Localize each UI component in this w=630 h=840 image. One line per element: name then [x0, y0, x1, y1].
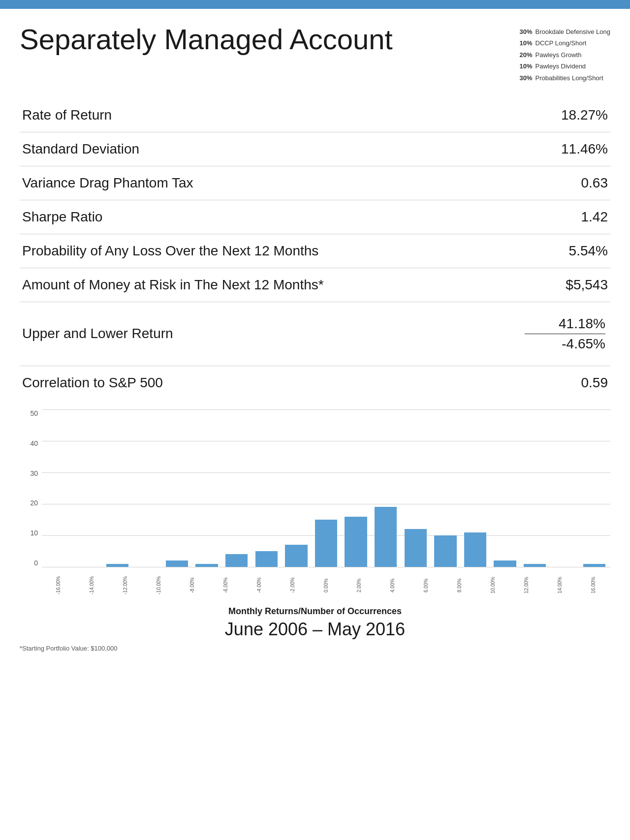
- bar: [583, 564, 605, 567]
- metric-value: 0.59: [525, 366, 610, 400]
- metric-label: Correlation to S&P 500: [20, 366, 525, 400]
- x-label: -6.00%: [209, 569, 243, 601]
- chart-title: Monthly Returns/Number of Occurrences: [20, 606, 610, 617]
- chart-section: 50403020100 -16.00%-14.00%-12.00%-10.00%…: [20, 409, 610, 640]
- bar-wrapper: [102, 564, 132, 567]
- bar-wrapper: [221, 554, 252, 567]
- x-label: -14.00%: [75, 569, 109, 601]
- bar-wrapper: [311, 520, 341, 567]
- metric-label: Amount of Money at Risk in The Next 12 M…: [20, 268, 525, 302]
- bar: [225, 554, 248, 567]
- metric-value: 41.18% -4.65%: [525, 302, 610, 366]
- metric-value: 1.42: [525, 200, 610, 234]
- x-label: -8.00%: [176, 569, 209, 601]
- chart-subtitle: June 2006 – May 2016: [20, 619, 610, 640]
- metric-label: Probability of Any Loss Over the Next 12…: [20, 234, 525, 268]
- metric-value: 11.46%: [525, 132, 610, 166]
- bar: [345, 517, 367, 567]
- bar-wrapper: [192, 564, 222, 567]
- y-axis: 50403020100: [20, 409, 42, 567]
- chart-inner: [42, 409, 610, 567]
- x-label: 14.00%: [543, 569, 577, 601]
- bar: [285, 545, 307, 567]
- x-label: -16.00%: [42, 569, 75, 601]
- metric-label: Standard Deviation: [20, 132, 525, 166]
- bar: [315, 520, 337, 567]
- bar: [434, 535, 456, 567]
- metric-row: Amount of Money at Risk in The Next 12 M…: [20, 268, 610, 302]
- y-label: 20: [20, 499, 38, 507]
- metric-value: 5.54%: [525, 234, 610, 268]
- main-container: Separately Managed Account 30%Brookdale …: [0, 9, 630, 667]
- metric-value: 18.27%: [525, 98, 610, 132]
- bar: [195, 564, 218, 567]
- bar-wrapper: [431, 535, 461, 567]
- y-label: 50: [20, 409, 38, 417]
- metric-row: Upper and Lower Return 41.18% -4.65%: [20, 302, 610, 366]
- bar-wrapper: [490, 560, 520, 567]
- legend-item: 30%Brookdale Defensive Long: [519, 26, 610, 37]
- bar-wrapper: [371, 507, 401, 567]
- bar: [166, 560, 188, 567]
- metric-label: Rate of Return: [20, 98, 525, 132]
- metric-row: Rate of Return18.27%: [20, 98, 610, 132]
- y-label: 40: [20, 439, 38, 447]
- metric-row: Probability of Any Loss Over the Next 12…: [20, 234, 610, 268]
- legend-item: 10%Pawleys Dividend: [519, 61, 610, 72]
- grid-line: [42, 567, 610, 567]
- metric-value: $5,543: [525, 268, 610, 302]
- bar: [524, 564, 546, 567]
- header-section: Separately Managed Account 30%Brookdale …: [20, 24, 610, 84]
- legend-item: 10%DCCP Long/Short: [519, 37, 610, 49]
- bar-wrapper: [162, 560, 192, 567]
- x-label: 10.00%: [476, 569, 510, 601]
- legend: 30%Brookdale Defensive Long10%DCCP Long/…: [519, 24, 610, 84]
- y-label: 10: [20, 529, 38, 537]
- bar-wrapper: [341, 517, 371, 567]
- legend-item: 30%Probabilities Long/Short: [519, 72, 610, 84]
- x-label: 16.00%: [577, 569, 610, 601]
- legend-item: 20%Pawleys Growth: [519, 49, 610, 61]
- metric-label: Upper and Lower Return: [20, 302, 525, 366]
- page-title: Separately Managed Account: [20, 24, 393, 55]
- bar-wrapper: [282, 545, 312, 567]
- top-bar: [0, 0, 630, 9]
- bar: [464, 532, 486, 567]
- metric-row: Correlation to S&P 5000.59: [20, 366, 610, 400]
- metric-row: Sharpe Ratio1.42: [20, 200, 610, 234]
- y-label: 0: [20, 559, 38, 567]
- x-label: 2.00%: [343, 569, 376, 601]
- x-label: -4.00%: [243, 569, 276, 601]
- x-label: -10.00%: [142, 569, 176, 601]
- x-label: -12.00%: [109, 569, 142, 601]
- x-label: 6.00%: [410, 569, 443, 601]
- bar-wrapper: [252, 551, 282, 567]
- bar: [255, 551, 278, 567]
- bar: [375, 507, 397, 567]
- footer-note: *Starting Portfolio Value: $100,000: [20, 645, 610, 652]
- x-axis: -16.00%-14.00%-12.00%-10.00%-8.00%-6.00%…: [42, 569, 610, 601]
- metric-row: Variance Drag Phantom Tax0.63: [20, 166, 610, 200]
- x-label: 4.00%: [376, 569, 410, 601]
- metrics-table: Rate of Return18.27%Standard Deviation11…: [20, 98, 610, 400]
- x-label: 12.00%: [510, 569, 543, 601]
- metric-label: Sharpe Ratio: [20, 200, 525, 234]
- bar-wrapper: [401, 529, 431, 567]
- bar-wrapper: [460, 532, 490, 567]
- bar-wrapper: [520, 564, 550, 567]
- y-label: 30: [20, 469, 38, 477]
- bar: [494, 560, 516, 567]
- bars-container: [42, 409, 610, 567]
- x-label: -2.00%: [276, 569, 310, 601]
- x-label: 8.00%: [443, 569, 476, 601]
- x-label: 0.00%: [310, 569, 343, 601]
- bar: [405, 529, 427, 567]
- metric-value: 0.63: [525, 166, 610, 200]
- metric-label: Variance Drag Phantom Tax: [20, 166, 525, 200]
- bar-wrapper: [579, 564, 609, 567]
- metric-row: Standard Deviation11.46%: [20, 132, 610, 166]
- bar: [106, 564, 128, 567]
